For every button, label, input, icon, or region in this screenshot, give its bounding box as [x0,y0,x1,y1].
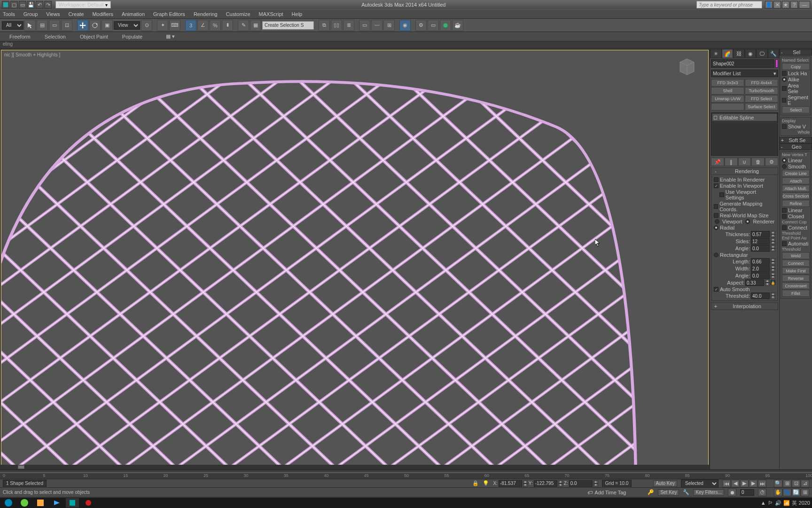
auto-key-button[interactable]: Auto Key [653,480,677,487]
viewport-shade-label[interactable]: nic ][ Smooth + Highlights ] [4,52,60,57]
select-name-icon[interactable]: ▤ [37,20,48,31]
x-coord-input[interactable] [499,480,522,487]
new-icon[interactable]: ▢ [10,1,18,8]
lock-handles-checkbox[interactable] [782,71,787,76]
mod-empty[interactable] [711,103,744,111]
nav-fov-icon[interactable]: ⊿ [801,480,809,487]
select-move-icon[interactable] [77,20,88,31]
soft-sel-rollout-header[interactable]: + Soft Se [780,137,812,143]
set-key-button[interactable]: Set Key [658,489,679,496]
save-icon[interactable]: 💾 [27,1,35,8]
workspace-dropdown[interactable]: Workspace: Default ▾ [55,1,111,8]
hierarchy-tab-icon[interactable]: ⛓ [733,49,745,58]
make-first-button[interactable]: Make First [782,267,810,274]
enable-renderer-checkbox[interactable] [714,177,718,182]
mod-surface-select[interactable]: Surface Select [745,103,778,111]
ribbon-selection[interactable]: Selection [45,34,66,40]
interpolation-rollout-header[interactable]: +Interpolation [711,302,778,310]
attach-button[interactable]: Attach [782,177,810,184]
play-icon[interactable]: ▶ [740,480,749,487]
enable-viewport-checkbox[interactable]: ✓ [714,183,718,188]
select-region-rect-icon[interactable]: ▭ [49,20,60,31]
app-menu-icon[interactable] [2,1,9,8]
alike-radio[interactable] [782,77,787,82]
radial-radio[interactable] [714,225,718,230]
remove-modifier-icon[interactable]: 🗑 [751,158,765,166]
linear-radio[interactable] [782,158,787,163]
keyboard-shortcut-icon[interactable]: ⌨ [169,20,180,31]
ribbon-object-paint[interactable]: Object Paint [80,34,108,40]
menu-views[interactable]: Views [46,11,60,17]
sides-spinner[interactable]: ▲▼ [771,238,775,245]
favorites-icon[interactable]: ★ [782,1,789,8]
add-time-tag-button[interactable]: Add Time Tag [594,490,626,495]
time-slider[interactable]: 0510152025303540455055606570758085909510… [0,469,812,479]
configure-sets-icon[interactable]: ⚙ [765,158,778,166]
y-spinner[interactable]: ▲▼ [558,480,563,487]
angle-spinner[interactable]: ▲▼ [771,245,775,252]
key-filter-dropdown[interactable]: Selected [681,479,718,488]
aspect-lock-icon[interactable]: 🔒 [771,280,775,285]
mod-shell[interactable]: Shell [711,87,744,95]
nav-zoom-icon[interactable]: 🔍 [774,480,782,487]
signin-icon[interactable]: 👤 [765,1,773,8]
rectangular-radio[interactable] [714,253,718,257]
minimize-button[interactable]: — [799,1,810,8]
time-config-icon[interactable]: ⏱ [758,489,766,496]
nav-orbit-icon[interactable]: 🔄 [792,489,800,496]
gen-mapping-checkbox[interactable] [714,204,718,209]
fillet-button[interactable]: Fillet [782,290,810,297]
select-object-icon[interactable] [24,20,36,31]
schematic-view-icon[interactable]: ⊞ [383,20,395,31]
menu-customize[interactable]: Customize [226,11,250,17]
utilities-tab-icon[interactable]: 🔧 [768,49,780,58]
menu-graph-editors[interactable]: Graph Editors [153,11,185,17]
rendering-rollout-header[interactable]: -Rendering [711,167,778,175]
curve-editor-icon[interactable]: 〰 [371,20,383,31]
menu-maxscript[interactable]: MAXScript [259,11,283,17]
angle-input[interactable] [751,245,770,252]
render-iterative-icon[interactable]: ☕ [452,20,463,31]
render-setup-icon[interactable]: ⚙ [415,20,427,31]
help-search-input[interactable] [696,1,762,8]
window-crossing-icon[interactable]: ⊡ [61,20,72,31]
select-scale-icon[interactable]: ▣ [102,20,113,31]
modifier-stack[interactable]: ◻Editable Spline [711,112,778,156]
key-filters-button[interactable]: Key Filters... [693,489,724,496]
weld-button[interactable]: Weld [782,252,810,259]
sides-input[interactable] [751,238,770,245]
mod-ffd-select[interactable]: FFD Select [745,95,778,103]
select-manipulate-icon[interactable]: ✦ [157,20,168,31]
render-production-icon[interactable] [440,20,451,31]
current-frame-input[interactable] [740,489,754,496]
tray-ime[interactable]: 英 [792,500,797,507]
mod-ffd4x4x4[interactable]: FFD 4x4x4 [745,79,778,87]
task-app3-icon[interactable] [34,498,47,508]
menu-tools[interactable]: Tools [3,11,15,17]
graphite-toggle-icon[interactable]: ▭ [359,20,370,31]
nav-pan-icon[interactable]: ✋ [774,489,782,496]
menu-rendering[interactable]: Rendering [194,11,218,17]
align-icon[interactable]: ▯▯ [331,20,342,31]
select-button[interactable]: Select [782,106,810,113]
mirror-icon[interactable]: ⧉ [319,20,330,31]
connect-button[interactable]: Connect [782,260,810,267]
named-selection-input[interactable] [262,21,314,30]
copy-button[interactable]: Copy [782,63,810,70]
next-frame-icon[interactable]: ▶ [749,480,757,487]
threshold-spinner[interactable]: ▲▼ [771,293,775,299]
key-filters-icon[interactable]: 🔧 [683,489,689,495]
nav-zoom-extents-icon[interactable]: ⊡ [792,480,800,487]
pin-stack-icon[interactable]: 📌 [711,158,724,166]
viewport-radio[interactable] [715,219,719,224]
redo-icon[interactable]: ↷ [44,1,52,8]
tray-flag-icon[interactable]: 🏳 [768,500,773,506]
selection-filter-dropdown[interactable]: All [2,21,23,30]
tray-network-icon[interactable]: 📶 [783,500,790,506]
object-color-swatch[interactable] [775,59,778,68]
connect-checkbox[interactable] [782,225,787,230]
isolate-icon[interactable]: 💡 [483,480,489,486]
help-icon[interactable]: ? [790,1,798,8]
snap-toggle-icon[interactable]: 3 [185,20,196,31]
task-app2-icon[interactable] [18,498,31,508]
